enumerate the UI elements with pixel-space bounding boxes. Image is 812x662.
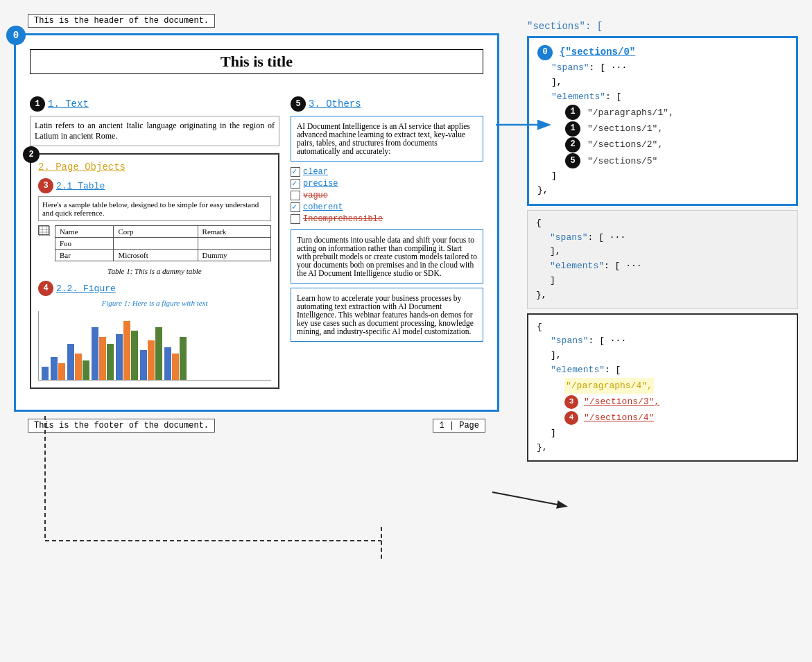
- json-badge-1a: 1: [565, 105, 580, 120]
- bar: [155, 327, 162, 380]
- section1-heading: 1 1. Text: [30, 96, 279, 112]
- document-footer-left: This is the footer of the document.: [28, 419, 215, 433]
- table-cell-microsoft: Microsoft: [114, 250, 198, 261]
- checkbox-label-vague: vague: [303, 191, 328, 200]
- badge-4: 4: [38, 281, 53, 296]
- svg-rect-0: [39, 226, 50, 236]
- document-page: 0 This is title 1 1. Text Latin refers t…: [14, 33, 499, 412]
- bar: [164, 347, 171, 381]
- document-header: This is the header of the document.: [28, 14, 215, 28]
- json-ref-para1-text: "/paragraphs/1",: [587, 105, 674, 121]
- bar: [83, 360, 89, 381]
- checkbox-vague: vague: [291, 191, 483, 200]
- checkbox-incomprehensible: Incomprehensible: [291, 214, 483, 224]
- bar: [67, 344, 74, 380]
- badge-5: 5: [291, 96, 306, 112]
- table-caption: Table 1: This is a dummy table: [38, 267, 271, 275]
- section3-heading: 5 3. Others: [291, 96, 483, 112]
- section1-text: Latin refers to an ancient Italic langua…: [30, 116, 279, 146]
- badge-1: 1: [30, 96, 45, 112]
- json-badge-0: 0: [537, 45, 553, 60]
- bar-group: [164, 337, 187, 380]
- json-badge-5a: 5: [565, 153, 580, 168]
- json-spans-close: ],: [551, 76, 788, 90]
- json-elements-label: "elements": [: [551, 90, 788, 105]
- table-header-name: Name: [55, 226, 114, 238]
- json-badge-2a: 2: [565, 137, 580, 153]
- subsection-table-heading: 3 2.1 Table: [38, 178, 271, 193]
- section3-body2: Learn how to accelerate your business pr…: [291, 288, 483, 342]
- json-ref-paragraphs1: 1 "/paragraphs/1",: [565, 105, 788, 121]
- bar: [107, 344, 114, 380]
- json-gray-elements-close: ]: [550, 274, 789, 288]
- doc-left-column: 1 1. Text Latin refers to an ancient Ita…: [30, 96, 279, 396]
- json-ref-sections1: 1 "/sections/1",: [565, 121, 788, 137]
- subsection-table-link[interactable]: 2.1 Table: [56, 181, 105, 191]
- json-dark-spans-close: ],: [551, 349, 788, 363]
- bar: [42, 367, 49, 380]
- json-box-dark: { "spans": [ ··· ], "elements": [ "/para…: [527, 313, 798, 462]
- document-footer-right: 1 | Page: [433, 419, 485, 433]
- table-cell-foo: Foo: [55, 238, 114, 250]
- json-badge-3b: 3: [564, 395, 578, 409]
- checkbox-list: clear precise vague coherent: [291, 167, 483, 224]
- checkbox-label-incomprehensible: Incomprehensible: [303, 214, 383, 224]
- json-box-gray: { "spans": [ ··· ], "elements": [ ··· ] …: [527, 210, 798, 309]
- bar-group: [116, 321, 138, 381]
- bar: [116, 334, 123, 381]
- document-panel: This is the header of the document. 0 Th…: [14, 14, 513, 466]
- bar-group: [51, 357, 65, 380]
- svg-line-9: [492, 492, 565, 506]
- checkbox-coherent: coherent: [291, 202, 483, 212]
- bar-group: [67, 344, 89, 380]
- json-badge-1b: 1: [565, 121, 580, 137]
- subsection-figure-link[interactable]: 2.2. Figure: [56, 284, 116, 294]
- json-dark-open: {: [537, 320, 788, 335]
- json-dark-close: },: [537, 441, 788, 455]
- bar-group: [140, 327, 162, 380]
- subsection-figure: 4 2.2. Figure Figure 1: Here is a figure…: [38, 281, 271, 381]
- json-elements-close: ]: [551, 169, 788, 184]
- json-spans-line: "spans": [ ···: [551, 61, 788, 76]
- json-gray-open: {: [536, 216, 789, 231]
- bar: [140, 350, 147, 380]
- section3-body1: Turn documents into usable data and shif…: [291, 229, 483, 284]
- badge-2: 2: [23, 146, 40, 163]
- json-path-sec3: "/sections/3",: [584, 394, 659, 410]
- json-gray-spans: "spans": [ ···: [550, 231, 789, 245]
- bar: [131, 331, 138, 380]
- section3-intro: AI Document Intelligence is an AI servic…: [291, 116, 483, 162]
- json-badge-4b: 4: [564, 411, 578, 425]
- json-dark-spans: "spans": [ ···: [551, 334, 788, 349]
- json-box-0: 0 {"sections/0" "spans": [ ··· ], "eleme…: [527, 36, 798, 206]
- page-badge-0: 0: [6, 26, 26, 45]
- bar-group: [42, 367, 49, 380]
- bar-group: [92, 327, 114, 380]
- table-cell-bar: Bar: [55, 250, 114, 261]
- json-box0-header: 0 {"sections/0": [537, 44, 788, 61]
- json-path-0: {"sections/0": [560, 44, 635, 61]
- bar: [123, 321, 130, 381]
- subsection-table-text: Here's a sample table below, designed to…: [38, 196, 271, 221]
- checkbox-label-coherent: coherent: [303, 202, 343, 212]
- json-ref-sec5-text: "/sections/5": [587, 153, 657, 169]
- json-ref-sections5: 5 "/sections/5": [565, 153, 788, 169]
- document-footer-row: This is the footer of the document. 1 | …: [14, 419, 499, 433]
- json-ref-sections4: 4 "/sections/4": [564, 410, 788, 426]
- checkbox-unchecked-vague: [291, 191, 300, 200]
- doc-right-column: 5 3. Others AI Document Intelligence is …: [291, 96, 483, 396]
- section2-box: 2 2. Page Objects 3 2.1 Table Here's a s…: [30, 153, 279, 389]
- json-path-sec4: "/sections/4": [584, 410, 654, 426]
- section1-link[interactable]: 1. Text: [48, 98, 89, 110]
- json-dark-elements-close: ]: [551, 426, 788, 441]
- checkbox-label-clear: clear: [303, 167, 328, 177]
- checkbox-clear: clear: [291, 167, 483, 177]
- json-panel: "sections": [ 0 {"sections/0" "spans": […: [527, 14, 798, 466]
- section3-link[interactable]: 3. Others: [309, 98, 361, 110]
- document-title: This is title: [30, 49, 483, 74]
- checkbox-precise: precise: [291, 179, 483, 189]
- table-header-remark: Remark: [198, 226, 270, 238]
- table-cell-dummy: Dummy: [198, 250, 270, 261]
- json-gray-close: },: [536, 288, 789, 303]
- figure-caption: Figure 1: Here is a figure with text: [38, 299, 271, 307]
